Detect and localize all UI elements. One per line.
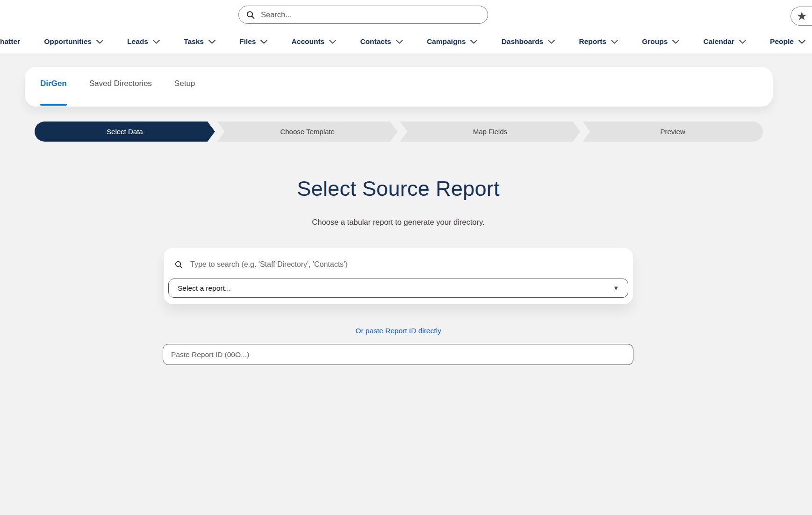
nav-item-label: Contacts	[360, 37, 391, 46]
tab-label: DirGen	[40, 79, 67, 88]
chevron-down-icon	[611, 40, 618, 44]
search-icon	[246, 11, 255, 19]
nav-item-groups[interactable]: Groups	[642, 37, 679, 46]
tab-saved-directories[interactable]: Saved Directories	[89, 67, 152, 107]
nav-item-label: Reports	[579, 37, 606, 46]
nav-item-label: Calendar	[704, 37, 734, 46]
nav-item-people[interactable]: People	[770, 37, 805, 46]
page-title: Select Source Report	[164, 177, 633, 201]
chevron-down-icon	[208, 40, 216, 44]
paste-report-id-link[interactable]: Or paste Report ID directly	[164, 327, 633, 335]
app-header: ★ hatter Opportunities Leads Tasks Files…	[0, 0, 812, 53]
nav-item-leads[interactable]: Leads	[127, 37, 160, 46]
chevron-down-icon	[672, 40, 679, 44]
search-icon	[175, 261, 183, 269]
nav-item-tasks[interactable]: Tasks	[184, 37, 216, 46]
nav-item-label: hatter	[0, 37, 20, 46]
step-preview[interactable]: Preview	[582, 122, 763, 142]
report-picker-card: Select a report... ▼	[164, 248, 633, 304]
global-search-input[interactable]	[260, 10, 480, 20]
nav-item-calendar[interactable]: Calendar	[704, 37, 746, 46]
step-choose-template[interactable]: Choose Template	[217, 122, 398, 142]
nav-item-label: Campaigns	[427, 37, 466, 46]
nav-item-campaigns[interactable]: Campaigns	[427, 37, 478, 46]
tab-label: Setup	[174, 79, 195, 88]
global-search-box[interactable]	[238, 6, 488, 24]
report-select-value: Select a report...	[178, 284, 231, 293]
report-id-input[interactable]	[163, 344, 633, 365]
chevron-down-icon	[96, 40, 103, 44]
chevron-down-icon	[153, 40, 160, 44]
chevron-down-icon	[470, 40, 477, 44]
dropdown-arrow-icon: ▼	[613, 285, 619, 292]
main-navigation: hatter Opportunities Leads Tasks Files A…	[0, 32, 812, 51]
chevron-down-icon	[548, 40, 555, 44]
chevron-down-icon	[396, 40, 403, 44]
report-search-box[interactable]	[168, 259, 628, 270]
nav-item-label: Dashboards	[502, 37, 544, 46]
step-map-fields[interactable]: Map Fields	[400, 122, 581, 142]
active-tab-underline	[40, 104, 67, 106]
wizard-stepper: Select Data Choose Template Map Fields P…	[35, 122, 763, 142]
page-subtitle: Choose a tabular report to generate your…	[164, 218, 633, 227]
report-select-dropdown[interactable]: Select a report... ▼	[168, 279, 628, 298]
nav-item-dashboards[interactable]: Dashboards	[502, 37, 555, 46]
tab-setup[interactable]: Setup	[174, 67, 195, 107]
nav-item-reports[interactable]: Reports	[579, 37, 618, 46]
chevron-down-icon	[329, 40, 336, 44]
nav-item-chatter[interactable]: hatter	[0, 37, 20, 46]
app-tab-bar: DirGen Saved Directories Setup	[25, 67, 773, 107]
chevron-down-icon	[798, 40, 805, 44]
step-select-data[interactable]: Select Data	[35, 122, 215, 142]
tab-label: Saved Directories	[89, 79, 152, 88]
chevron-down-icon	[260, 40, 267, 44]
nav-item-contacts[interactable]: Contacts	[360, 37, 402, 46]
nav-item-label: Groups	[642, 37, 668, 46]
nav-item-files[interactable]: Files	[239, 37, 267, 46]
nav-item-label: People	[770, 37, 794, 46]
nav-item-opportunities[interactable]: Opportunities	[44, 37, 103, 46]
nav-item-label: Files	[239, 37, 256, 46]
chevron-down-icon	[739, 40, 746, 44]
star-icon: ★	[797, 10, 807, 22]
nav-item-accounts[interactable]: Accounts	[292, 37, 337, 46]
tab-dirgen[interactable]: DirGen	[40, 67, 67, 107]
nav-item-label: Tasks	[184, 37, 204, 46]
nav-item-label: Leads	[127, 37, 148, 46]
nav-item-label: Accounts	[292, 37, 325, 46]
nav-item-label: Opportunities	[44, 37, 92, 46]
report-search-input[interactable]	[189, 260, 622, 269]
favorites-button[interactable]: ★	[790, 7, 812, 26]
